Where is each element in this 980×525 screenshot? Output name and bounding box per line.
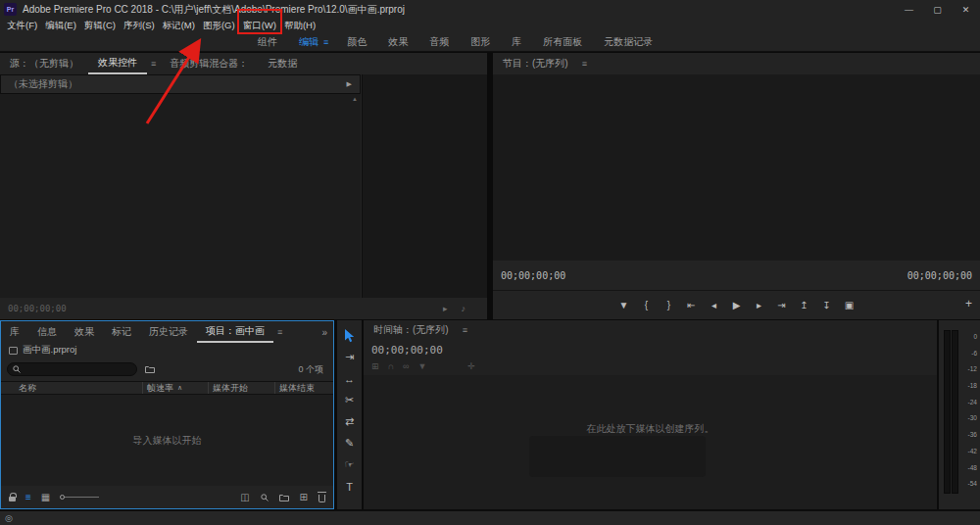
- tab-info[interactable]: 信息: [28, 321, 66, 343]
- extract-button[interactable]: ↧: [822, 300, 832, 310]
- snap-toggle-button[interactable]: ∩: [388, 361, 394, 371]
- tab-program-monitor[interactable]: 节目：(无序列): [493, 53, 578, 74]
- tab-metadata[interactable]: 元数据: [258, 53, 307, 74]
- search-input[interactable]: [24, 364, 131, 374]
- step-back-button[interactable]: ◂: [710, 300, 719, 310]
- find-button[interactable]: [261, 494, 269, 501]
- sync-status-icon[interactable]: ◎: [5, 513, 13, 523]
- automate-to-sequence-button[interactable]: ◫: [240, 493, 249, 502]
- tab-project[interactable]: 项目：画中画: [197, 321, 273, 343]
- menu-item-file[interactable]: 文件(F): [3, 19, 41, 32]
- column-header-frame-rate[interactable]: 帧速率 ∧: [142, 382, 208, 394]
- tab-effects[interactable]: 效果: [66, 321, 103, 343]
- tab-timeline[interactable]: 时间轴：(无序列): [364, 320, 459, 340]
- mark-out-button[interactable]: }: [664, 300, 674, 310]
- column-header-name[interactable]: 名称: [1, 382, 142, 394]
- audio-meter-bar-left: [944, 330, 951, 494]
- button-editor-button[interactable]: +: [965, 297, 972, 310]
- search-box[interactable]: [7, 362, 137, 376]
- menu-item-clip[interactable]: 剪辑(C): [80, 19, 120, 32]
- nest-toggle-button[interactable]: ⊞: [371, 361, 379, 371]
- tab-history[interactable]: 历史记录: [140, 321, 197, 343]
- workspace-tab-color[interactable]: 颜色: [336, 35, 377, 49]
- track-select-tool-button[interactable]: ⇥: [341, 350, 358, 364]
- column-header-media-end[interactable]: 媒体结束: [274, 382, 333, 394]
- menu-item-markers[interactable]: 标记(M): [159, 19, 199, 32]
- maximize-button[interactable]: ▢: [923, 0, 952, 19]
- add-marker-button[interactable]: ▼: [619, 300, 629, 310]
- panel-menu-icon[interactable]: ≡: [147, 53, 160, 74]
- meter-label: -18: [959, 383, 977, 400]
- source-panel-tabbar: 源：（无剪辑） 效果控件 ≡ 音频剪辑混合器： 元数据: [0, 53, 487, 74]
- scroll-up-icon[interactable]: ▲: [352, 96, 358, 102]
- tab-source-monitor[interactable]: 源：（无剪辑）: [0, 53, 88, 74]
- workspace-tab-assembly[interactable]: 组件: [247, 35, 288, 49]
- lock-icon[interactable]: [9, 497, 16, 501]
- add-marker-button[interactable]: ▼: [417, 361, 426, 371]
- workspace-tab-effects[interactable]: 效果: [377, 35, 418, 49]
- meter-label: 0: [959, 334, 977, 351]
- menu-item-window[interactable]: 窗口(W): [239, 19, 280, 32]
- workspace-tab-audio[interactable]: 音频: [418, 35, 460, 49]
- tab-audio-clip-mixer[interactable]: 音频剪辑混合器：: [160, 53, 258, 74]
- pen-tool-button[interactable]: ✎: [341, 436, 358, 451]
- tab-markers[interactable]: 标记: [103, 321, 140, 343]
- razor-tool-button[interactable]: ✂: [341, 393, 358, 407]
- export-frame-button[interactable]: ▣: [845, 300, 855, 310]
- search-bin-icon[interactable]: [145, 365, 155, 373]
- source-timecode[interactable]: 00;00;00;00: [8, 304, 67, 313]
- workspace-tab-all-panels[interactable]: 所有面板: [532, 35, 593, 49]
- zoom-slider[interactable]: [60, 493, 99, 501]
- column-header-media-start[interactable]: 媒体开始: [208, 382, 274, 394]
- hand-tool-button[interactable]: ☞: [341, 457, 358, 472]
- play-audio-only-icon[interactable]: ♪: [462, 304, 466, 313]
- type-tool-button[interactable]: T: [341, 479, 358, 494]
- menu-item-help[interactable]: 帮助(H): [280, 19, 319, 32]
- new-bin-button[interactable]: [279, 494, 289, 501]
- list-view-button[interactable]: ≡: [25, 493, 31, 502]
- linked-selection-button[interactable]: ∞: [403, 361, 409, 371]
- clip-selector-dropdown[interactable]: （未选择剪辑） ▶: [0, 74, 361, 94]
- project-file-name[interactable]: 画中画.prproj: [23, 344, 76, 357]
- panel-menu-icon[interactable]: ≡: [459, 320, 471, 340]
- menu-item-sequence[interactable]: 序列(S): [120, 19, 159, 32]
- premiere-logo-icon: Pr: [4, 3, 17, 16]
- selection-tool-button[interactable]: [341, 328, 358, 343]
- menu-item-window-label: 窗口(W): [243, 20, 276, 32]
- go-to-in-button[interactable]: ⇤: [687, 300, 697, 310]
- menu-item-graphics[interactable]: 图形(G): [199, 19, 239, 32]
- play-button[interactable]: ▶: [732, 300, 742, 310]
- minimize-button[interactable]: —: [895, 0, 923, 19]
- mark-in-button[interactable]: {: [642, 300, 652, 310]
- tab-libraries[interactable]: 库: [1, 321, 28, 343]
- window-title: Adobe Premiere Pro CC 2018 - C:\用户\jeff\…: [23, 3, 405, 17]
- tab-effect-controls[interactable]: 效果控件: [88, 53, 147, 74]
- panel-overflow-icon[interactable]: »: [316, 321, 333, 343]
- program-position-timecode[interactable]: 00;00;00;00: [501, 270, 565, 281]
- ripple-edit-tool-button[interactable]: ↔: [341, 371, 358, 386]
- go-to-out-button[interactable]: ⇥: [777, 300, 787, 310]
- search-icon: [13, 365, 21, 373]
- panel-menu-icon[interactable]: ≡: [578, 53, 591, 74]
- meter-label: -42: [959, 449, 977, 465]
- program-transport-controls: ▼ { } ⇤ ◂ ▶ ▸ ⇥ ↥ ↧ ▣: [493, 290, 980, 319]
- timeline-timecode[interactable]: 00;00;00;00: [371, 344, 443, 357]
- workspace-tab-graphics[interactable]: 图形: [460, 35, 501, 49]
- zoom-slider-knob[interactable]: [60, 495, 65, 500]
- workspace-tab-metalogging[interactable]: 元数据记录: [593, 35, 663, 49]
- timeline-settings-button[interactable]: ✛: [467, 361, 475, 371]
- close-button[interactable]: ✕: [952, 0, 980, 19]
- panel-menu-icon[interactable]: ≡: [273, 321, 286, 343]
- workspace-tab-editing[interactable]: 编辑: [288, 35, 323, 49]
- play-video-only-icon[interactable]: ▸: [443, 304, 448, 313]
- icon-view-button[interactable]: ▦: [41, 493, 50, 502]
- footer-icons: ▸ ♪: [443, 304, 479, 313]
- lift-button[interactable]: ↥: [800, 300, 809, 310]
- new-item-button[interactable]: ⊞: [300, 493, 308, 502]
- workspace-tab-libraries[interactable]: 库: [501, 35, 532, 49]
- slip-tool-button[interactable]: ⇄: [341, 414, 358, 429]
- menu-item-edit[interactable]: 编辑(E): [41, 19, 80, 32]
- delete-button[interactable]: [318, 495, 325, 502]
- step-forward-button[interactable]: ▸: [755, 300, 764, 310]
- workspace-menu-icon[interactable]: ≡: [323, 37, 328, 47]
